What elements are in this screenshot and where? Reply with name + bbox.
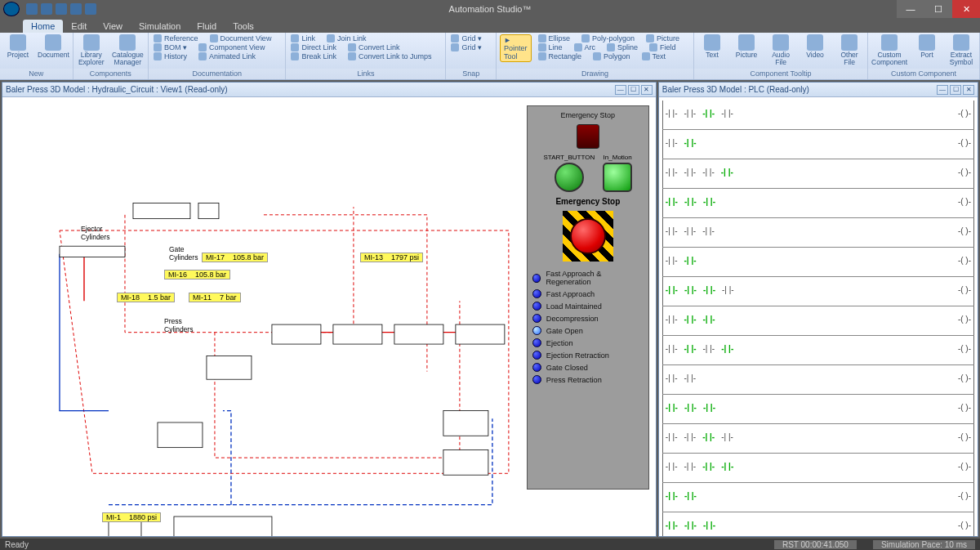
measurement-mi-16[interactable]: MI-16105.8 bar	[164, 270, 230, 279]
ribbon-item-join-link[interactable]: Join Link	[337, 34, 367, 42]
ribbon-audio[interactable]: Audio File	[766, 34, 795, 66]
ribbon-item-ellipse[interactable]: Ellipse	[549, 34, 571, 42]
ladder-contact-icon: -| |-	[666, 138, 678, 147]
ribbon-picture[interactable]: Picture	[732, 34, 761, 59]
ribbon-item-document-view[interactable]: Document View	[220, 34, 272, 42]
project-icon	[10, 34, 26, 51]
ribbon-lib-explorer[interactable]: Library Explorer	[77, 34, 106, 66]
tab-edit[interactable]: Edit	[63, 20, 95, 33]
ribbon-item-link[interactable]: Link	[301, 34, 315, 42]
ribbon-item-grid-[interactable]: Grid ▾	[461, 43, 482, 51]
audio-icon	[773, 34, 789, 51]
panel-min-icon[interactable]: —	[615, 85, 626, 95]
svg-rect-8	[158, 423, 203, 448]
status-load-maintained: Load Maintained	[532, 302, 644, 311]
maximize-button[interactable]: ☐	[924, 0, 952, 18]
ribbon-item-component-view[interactable]: Component View	[209, 43, 265, 51]
measurement-mi-1[interactable]: MI-11880 psi	[102, 512, 161, 522]
ladder-contact-icon: -| |-	[684, 344, 696, 353]
measurement-mi-18[interactable]: MI-181.5 bar	[117, 293, 175, 302]
ribbon-item-spline[interactable]: Spline	[617, 43, 638, 51]
ladder-contact-icon: -| |-	[666, 109, 678, 118]
start-button[interactable]	[555, 163, 584, 192]
ladder-contact-icon: -| |-	[684, 403, 697, 412]
panel-hydraulic-header[interactable]: Baler Press 3D Model : Hydraulic_Circuit…	[2, 83, 656, 97]
ladder-contact-icon: -| |-	[721, 462, 733, 471]
ribbon-item-reference[interactable]: Reference	[164, 34, 198, 42]
tab-simulation[interactable]: Simulation	[131, 20, 189, 33]
minimize-button[interactable]: —	[897, 0, 924, 18]
ribbon-item-convert-link[interactable]: Convert Link	[359, 43, 400, 51]
ribbon-group-drawing: Drawing	[497, 69, 693, 79]
ribbon-item-poly-polygon[interactable]: Poly-polygon	[592, 34, 635, 42]
tab-fluid[interactable]: Fluid	[189, 20, 225, 33]
ribbon-item-direct-link[interactable]: Direct Link	[301, 43, 336, 51]
ellipse-icon	[538, 34, 546, 42]
ladder-contact-icon: -| |-	[721, 168, 733, 177]
ribbon-text[interactable]: Text	[697, 34, 727, 59]
measurement-mi-11[interactable]: MI-117 bar	[189, 293, 241, 302]
animated-link-icon	[198, 52, 207, 60]
status-indicator-icon	[532, 274, 541, 283]
emergency-stop-button[interactable]	[563, 211, 613, 262]
pointer-tool-button[interactable]: ► Pointer Tool	[500, 34, 532, 62]
tab-view[interactable]: View	[95, 20, 131, 33]
ribbon-item-break-link[interactable]: Break Link	[301, 52, 336, 60]
ribbon-item-convert-link-to-jumps[interactable]: Convert Link to Jumps	[359, 52, 432, 60]
ladder-contact-icon: -| |-	[666, 344, 678, 353]
ribbon-item-text[interactable]: Text	[653, 52, 666, 60]
ribbon-item-picture[interactable]: Picture	[657, 34, 679, 42]
video-icon	[807, 34, 823, 51]
ladder-contact-icon: -| |-	[666, 256, 678, 265]
qat-redo-icon[interactable]	[56, 3, 67, 15]
qat-save-icon[interactable]	[26, 3, 38, 15]
panel-plc-max-icon[interactable]: ☐	[950, 85, 961, 95]
measurement-mi-13[interactable]: MI-131797 psi	[360, 253, 423, 262]
tab-home[interactable]: Home	[23, 20, 63, 33]
ribbon-custom-comp[interactable]: Custom Component	[871, 34, 907, 66]
panel-max-icon[interactable]: ☐	[628, 85, 639, 95]
qat-context-icon[interactable]	[85, 3, 96, 15]
ladder-contact-icon: -| |-	[684, 491, 697, 500]
plc-canvas[interactable]: -| |--| |--| |--| |--( )--| |--| |--( )-…	[659, 97, 978, 536]
ribbon-extract[interactable]: Extract Symbol	[947, 34, 976, 66]
ribbon-group-component-tooltip: Component Tooltip	[694, 69, 867, 79]
ribbon-item-field[interactable]: Field	[660, 43, 676, 51]
ribbon-item-arc[interactable]: Arc	[585, 43, 596, 51]
panel-close-icon[interactable]: ✕	[641, 85, 653, 95]
panel-plc-close-icon[interactable]: ✕	[963, 85, 974, 95]
ribbon-item-rectangle[interactable]: Rectangle	[549, 52, 582, 60]
panel-plc-header[interactable]: Baler Press 3D Model : PLC (Read-only) —…	[659, 83, 978, 97]
ribbon-item-line[interactable]: Line	[549, 43, 563, 51]
in-motion-indicator	[603, 163, 632, 192]
ribbon-other[interactable]: Other File	[835, 34, 864, 66]
arc-icon	[574, 43, 582, 51]
app-orb-icon[interactable]	[3, 2, 20, 16]
emergency-lamp-label: Emergency Stop	[561, 111, 616, 119]
status-indicator-icon	[532, 375, 541, 384]
ribbon-project[interactable]: Project	[3, 34, 33, 59]
close-button[interactable]: ✕	[952, 0, 980, 18]
qat-print-icon[interactable]	[70, 3, 82, 15]
ladder-contact-icon: -| |-	[666, 285, 678, 294]
ladder-coil-icon: -( )-	[958, 226, 971, 235]
tab-tools[interactable]: Tools	[225, 20, 262, 33]
ribbon-item-animated-link[interactable]: Animated Link	[209, 52, 256, 60]
ribbon-item-history[interactable]: History	[164, 52, 187, 60]
ribbon-item-polygon[interactable]: Polygon	[604, 52, 630, 60]
ribbon-cat-manager[interactable]: Catalogue Manager	[111, 34, 145, 66]
ribbon-document[interactable]: Document	[38, 34, 69, 59]
ribbon-item-bom-[interactable]: BOM ▾	[164, 43, 187, 51]
window-buttons: — ☐ ✕	[897, 0, 980, 18]
panel-plc-min-icon[interactable]: —	[937, 85, 948, 95]
measurement-mi-17[interactable]: MI-17105.8 bar	[202, 253, 268, 262]
ribbon-port[interactable]: Port	[912, 34, 942, 59]
ladder-rung: -| |--| |--| |--| |--( )-	[662, 159, 974, 189]
ladder-rung: -| |--| |--| |--| |--( )-	[662, 454, 974, 483]
hydraulic-canvas[interactable]: MI-17105.8 barMI-16105.8 barMI-181.5 bar…	[2, 97, 656, 536]
qat-undo-icon[interactable]	[41, 3, 52, 15]
ribbon-item-grid-[interactable]: Grid ▾	[461, 34, 482, 42]
port-icon	[919, 34, 935, 51]
ribbon-video[interactable]: Video	[800, 34, 830, 59]
ladder-contact-icon: -| |-	[666, 315, 678, 324]
